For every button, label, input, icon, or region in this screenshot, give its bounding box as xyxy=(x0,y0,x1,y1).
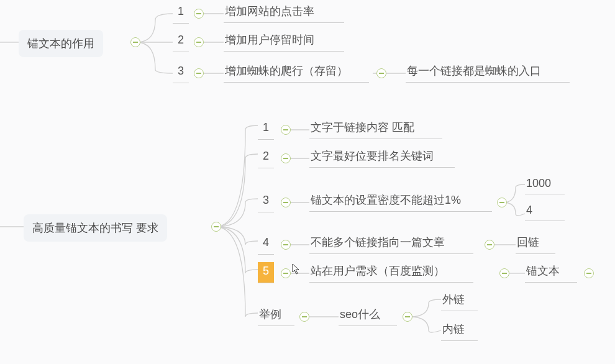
collapse-icon[interactable] xyxy=(499,268,509,278)
leaf-node[interactable]: seo什么 xyxy=(339,306,397,326)
root-node-quality-anchor[interactable]: 高质量锚文本的书写 要求 xyxy=(24,214,167,242)
collapse-icon[interactable] xyxy=(376,68,386,78)
list-number-label: 3 xyxy=(263,194,269,206)
leaf-label: seo什么 xyxy=(340,308,380,321)
leaf-label: 文字于链接内容 匹配 xyxy=(311,121,414,134)
collapse-icon[interactable] xyxy=(281,198,291,207)
leaf-node[interactable]: 每一个链接都是蜘蛛的入口 xyxy=(406,62,570,83)
leaf-label: 锚文本 xyxy=(526,265,560,277)
leaf-node[interactable]: 不能多个链接指向一篇文章 xyxy=(309,234,473,254)
leaf-node[interactable]: 1000 xyxy=(525,176,565,194)
leaf-node-example[interactable]: 举例 xyxy=(258,306,294,326)
collapse-icon[interactable] xyxy=(211,222,221,232)
collapse-icon[interactable] xyxy=(497,198,507,207)
leaf-node[interactable]: 内链 xyxy=(441,321,478,341)
collapse-icon[interactable] xyxy=(485,240,494,250)
root-label: 高质量锚文本的书写 要求 xyxy=(32,222,158,234)
list-number-label: 5 xyxy=(263,265,269,277)
root-node-anchor-purpose[interactable]: 锚文本的作用 xyxy=(19,30,103,57)
collapse-icon[interactable] xyxy=(194,37,204,47)
leaf-label: 举例 xyxy=(259,308,281,321)
leaf-node[interactable]: 文字最好位要排名关键词 xyxy=(309,147,455,168)
leaf-label: 文字最好位要排名关键词 xyxy=(311,150,434,162)
leaf-label: 每一个链接都是蜘蛛的入口 xyxy=(407,65,541,77)
leaf-node[interactable]: 增加用户停留时间 xyxy=(224,31,344,52)
mindmap-canvas: 锚文本的作用 1 增加网站的点击率 2 增加用户停留时间 3 增加蜘蛛的爬行（存… xyxy=(0,0,615,364)
leaf-node[interactable]: 增加网站的点击率 xyxy=(224,2,344,23)
list-number[interactable]: 3 xyxy=(173,62,189,83)
list-number[interactable]: 2 xyxy=(258,147,274,168)
collapse-icon[interactable] xyxy=(194,68,204,78)
list-number-selected[interactable]: 5 xyxy=(258,262,274,283)
list-number-label: 1 xyxy=(178,5,184,17)
collapse-icon[interactable] xyxy=(281,268,291,278)
list-number[interactable]: 4 xyxy=(258,234,274,255)
leaf-label: 1000 xyxy=(526,177,551,189)
leaf-node[interactable]: 增加蜘蛛的爬行（存留） xyxy=(224,62,369,83)
list-number-label: 1 xyxy=(263,121,269,134)
leaf-label: 站在用户需求（百度监测） xyxy=(311,265,445,277)
list-number[interactable]: 1 xyxy=(258,119,274,140)
collapse-icon[interactable] xyxy=(130,37,140,47)
leaf-label: 不能多个链接指向一篇文章 xyxy=(311,236,445,248)
leaf-label: 外链 xyxy=(442,293,465,306)
list-number-label: 2 xyxy=(178,34,184,46)
leaf-node[interactable]: 4 xyxy=(525,202,565,221)
list-number-label: 4 xyxy=(263,236,269,248)
leaf-label: 内链 xyxy=(442,323,465,335)
mouse-cursor-icon xyxy=(292,263,301,276)
leaf-label: 4 xyxy=(526,204,532,216)
collapse-icon[interactable] xyxy=(281,240,291,250)
collapse-icon[interactable] xyxy=(281,153,291,163)
list-number-label: 3 xyxy=(178,65,184,77)
list-number[interactable]: 3 xyxy=(258,191,274,212)
list-number[interactable]: 1 xyxy=(173,2,189,24)
collapse-icon[interactable] xyxy=(299,312,309,322)
leaf-node[interactable]: 站在用户需求（百度监测） xyxy=(309,262,473,283)
leaf-node[interactable]: 锚文本的设置密度不能超过1% xyxy=(309,191,492,212)
leaf-label: 锚文本的设置密度不能超过1% xyxy=(311,194,461,206)
leaf-node[interactable]: 回链 xyxy=(516,234,555,254)
collapse-icon[interactable] xyxy=(403,312,412,322)
leaf-label: 增加用户停留时间 xyxy=(225,34,314,46)
collapse-icon[interactable] xyxy=(584,268,594,278)
collapse-icon[interactable] xyxy=(194,9,204,19)
list-number-label: 2 xyxy=(263,150,269,162)
list-number[interactable]: 2 xyxy=(173,31,189,52)
leaf-node[interactable]: 文字于链接内容 匹配 xyxy=(309,119,442,139)
leaf-label: 回链 xyxy=(517,236,539,248)
leaf-node[interactable]: 外链 xyxy=(441,291,478,311)
collapse-icon[interactable] xyxy=(281,125,291,135)
leaf-node[interactable]: 锚文本 xyxy=(525,262,577,283)
root-label: 锚文本的作用 xyxy=(27,37,94,50)
leaf-label: 增加蜘蛛的爬行（存留） xyxy=(225,65,348,77)
leaf-label: 增加网站的点击率 xyxy=(225,5,314,17)
